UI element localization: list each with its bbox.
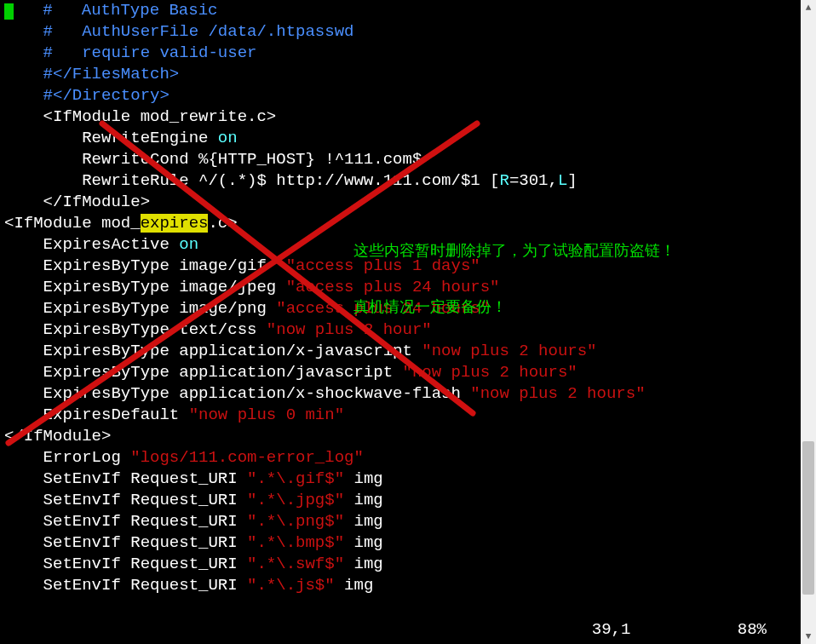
code-token: img [344, 491, 383, 509]
code-line: ExpiresDefault "now plus 0 min" [0, 405, 801, 426]
code-token: ExpiresByType image/png [4, 299, 276, 318]
vertical-scrollbar[interactable]: ▲ ▼ [801, 0, 816, 644]
code-token: #</FilesMatch> [4, 65, 179, 83]
code-token: SetEnvIf Request_URI [4, 576, 247, 595]
code-token: "now plus 2 hours" [402, 363, 577, 382]
code-token: SetEnvIf Request_URI [4, 491, 247, 509]
code-token: ".*\.jpg$" [247, 491, 344, 509]
code-token: ] [567, 171, 577, 190]
code-token: L [558, 171, 567, 190]
code-token: on [218, 129, 238, 147]
code-line: RewriteRule ^/(.*)$ http://www.111.com/$… [0, 170, 801, 192]
code-token: img [335, 576, 374, 595]
code-token: SetEnvIf Request_URI [4, 512, 247, 531]
code-token: ".*\.js$" [247, 576, 335, 595]
code-token: on [179, 235, 198, 254]
terminal-window: # AuthType Basic # AuthUserFile /data/.h… [0, 0, 801, 644]
code-token: =301, [509, 171, 558, 190]
code-token: <IfModule mod_rewrite.c> [4, 107, 276, 126]
annotation-note: 这些内容暂时删除掉了，为了试验配置防盗链！ 真机情况一定要备份！ [353, 204, 675, 354]
code-token: SetEnvIf Request_URI [4, 555, 247, 573]
scroll-up-arrow-icon[interactable]: ▲ [801, 0, 816, 15]
code-token: ExpiresByType application/x-shockwave-fl… [4, 384, 470, 403]
code-line: <IfModule mod_rewrite.c> [0, 106, 801, 128]
code-token: ExpiresByType image/gif [4, 256, 286, 275]
code-token: "now plus 0 min" [189, 405, 344, 424]
code-token: ExpiresByType image/jpeg [4, 278, 286, 296]
cursor-position: 39,1 [592, 620, 631, 639]
annotation-line-1: 这些内容暂时删除掉了，为了试验配置防盗链！ [353, 242, 675, 261]
code-token: ExpiresDefault [4, 405, 189, 424]
code-token: ".*\.bmp$" [247, 533, 344, 552]
code-token: SetEnvIf Request_URI [4, 469, 247, 488]
annotation-line-2: 真机情况一定要备份！ [353, 298, 675, 317]
code-token: RewriteCond %{HTTP_HOST} !^111.com$ [4, 150, 422, 169]
code-line: SetEnvIf Request_URI ".*\.js$" img [0, 575, 801, 596]
scroll-down-arrow-icon[interactable]: ▼ [801, 629, 816, 644]
code-token: img [344, 512, 383, 531]
scroll-percent: 88% [738, 620, 767, 639]
code-line: </IfModule> [0, 426, 801, 447]
code-token: </IfModule> [4, 193, 150, 211]
code-token: "now plus 2 hours" [470, 384, 645, 403]
code-token: img [344, 555, 383, 573]
code-line: #</Directory> [0, 85, 801, 106]
code-token: ExpiresByType application/javascript [4, 363, 402, 382]
code-line: SetEnvIf Request_URI ".*\.jpg$" img [0, 490, 801, 511]
code-line: # AuthType Basic [0, 0, 801, 21]
code-token: RewriteRule ^/(.*)$ http://www.111.com/$… [4, 171, 500, 190]
code-token: "logs/111.com-error_log" [130, 448, 364, 467]
code-token: RewriteEngine [4, 129, 218, 147]
code-token: ExpiresByType text/css [4, 320, 267, 339]
code-line: SetEnvIf Request_URI ".*\.bmp$" img [0, 532, 801, 554]
code-token: </IfModule> [4, 427, 111, 446]
code-line: SetEnvIf Request_URI ".*\.gif$" img [0, 469, 801, 490]
code-line: RewriteEngine on [0, 128, 801, 149]
code-line: # require valid-user [0, 43, 801, 64]
code-line: #</FilesMatch> [0, 64, 801, 85]
code-line: RewriteCond %{HTTP_HOST} !^111.com$ [0, 149, 801, 170]
code-line: ExpiresByType application/javascript "no… [0, 362, 801, 383]
scrollbar-track[interactable] [801, 15, 816, 629]
code-line: # AuthUserFile /data/.htpasswd [0, 21, 801, 43]
code-token: ExpiresActive [4, 235, 179, 254]
scrollbar-thumb[interactable] [802, 441, 814, 595]
vim-status-bar: 39,1 88% [592, 620, 767, 639]
code-token: SetEnvIf Request_URI [4, 533, 247, 552]
code-line: SetEnvIf Request_URI ".*\.swf$" img [0, 554, 801, 575]
code-token: <IfModule mod_ [4, 214, 141, 233]
code-token: ".*\.png$" [247, 512, 344, 531]
code-token: # AuthUserFile /data/.htpasswd [4, 22, 353, 41]
code-token: expires [141, 214, 209, 233]
code-line: SetEnvIf Request_URI ".*\.png$" img [0, 511, 801, 532]
code-token: .c> [208, 214, 237, 233]
code-token: ".*\.swf$" [247, 555, 344, 573]
code-token: ".*\.gif$" [247, 469, 344, 488]
code-token: # AuthType Basic [14, 1, 217, 20]
code-line: ExpiresByType application/x-shockwave-fl… [0, 383, 801, 405]
code-token: # require valid-user [4, 43, 256, 62]
code-token: #</Directory> [4, 86, 170, 105]
text-cursor [4, 3, 14, 20]
code-token: R [500, 171, 509, 190]
code-token: img [344, 469, 383, 488]
code-line: ErrorLog "logs/111.com-error_log" [0, 447, 801, 469]
code-token: ErrorLog [4, 448, 130, 467]
code-token: img [344, 533, 383, 552]
